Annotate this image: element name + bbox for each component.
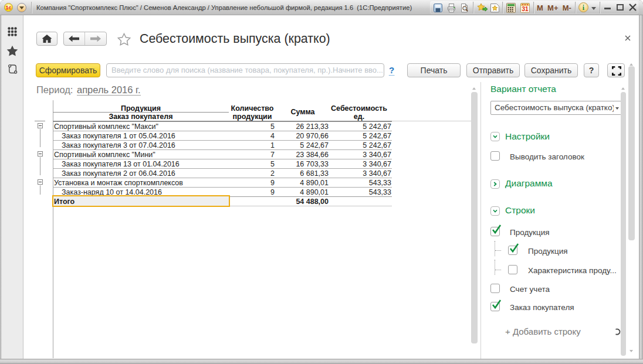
svg-text:31: 31 [522,6,529,12]
